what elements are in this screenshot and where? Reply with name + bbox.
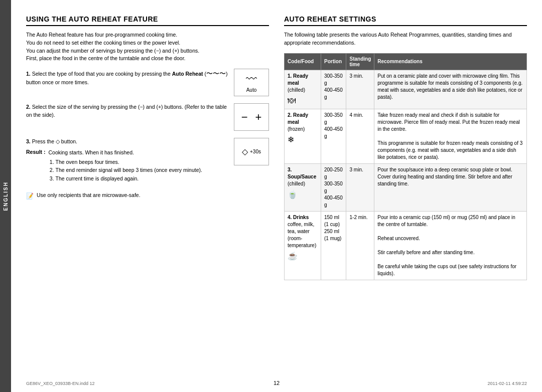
result-text: Cooking starts. When it has finished. Th…	[49, 149, 202, 183]
food-3-recommendations: Pour the soup/sauce into a deep ceramic …	[374, 163, 527, 211]
note-icon: 📝	[26, 192, 34, 200]
food-3-name: 3. Soup/Sauce (chilled) 🍵	[285, 163, 321, 211]
col-header-code-food: Code/Food	[285, 53, 321, 70]
food-4-name: 4. Drinks coffee, milk,tea, water(room-t…	[285, 211, 321, 280]
result-item-1: The oven beeps four times.	[56, 158, 202, 166]
food-2-portion: 300-350 g400-450 g	[321, 109, 346, 163]
food-2-name: 2. Ready meal (frozen) ❄	[285, 109, 321, 163]
date-footer: 2011-02-11 4:59:22	[487, 381, 527, 386]
right-column: AUTO REHEAT SETTINGS The following table…	[284, 15, 527, 280]
main-content: USING THE AUTO REHEAT FEATURE The Auto R…	[11, 0, 542, 392]
food-1-standing: 3 min.	[346, 70, 374, 109]
step-1: 1. Select the type of food that you are …	[26, 69, 269, 96]
step-1-content: 1. Select the type of food that you are …	[26, 69, 229, 86]
step-1-number: 1.	[26, 71, 31, 77]
food-1-icon: 🍽	[288, 95, 318, 106]
diamond-icon: ◇	[242, 147, 248, 156]
food-1-portion: 300-350 g400-450 g	[321, 70, 346, 109]
side-tab: ENGLISH	[0, 0, 11, 392]
result-line: Result : Cooking starts. When it has fin…	[26, 149, 229, 183]
col-header-recommendations: Recommendations	[374, 53, 527, 70]
step-3-button-illustration: ◇ +30s	[234, 138, 269, 165]
file-footer: GE86V_XEO_03933B-EN.indd 12	[26, 381, 95, 386]
table-row: 3. Soup/Sauce (chilled) 🍵 200-250 g300-3…	[285, 163, 527, 211]
table-header-row: Code/Food Portion Standingtime Recommend…	[285, 53, 527, 70]
plus-icon: +	[255, 111, 262, 124]
food-3-icon: 🍵	[288, 189, 318, 200]
step-3-number: 3.	[26, 138, 31, 144]
step-3-content: 3. Press the ◇ button. Result : Cooking …	[26, 138, 229, 185]
col-header-standing-time: Standingtime	[346, 53, 374, 70]
food-4-recommendations: Pour into a ceramic cup (150 ml) or mug …	[374, 211, 527, 280]
step-2-text: 2. Select the size of the serving by pre…	[26, 103, 229, 119]
food-4-standing: 1-2 min.	[346, 211, 374, 280]
page-container: ENGLISH USING THE AUTO REHEAT FEATURE Th…	[0, 0, 542, 392]
note-text: Use only recipients that are microwave-s…	[37, 192, 141, 198]
start-button-icon: ◇ +30s	[242, 147, 261, 156]
left-section-heading: USING THE AUTO REHEAT FEATURE	[26, 15, 269, 26]
result-item-3: The current time is displayed again.	[56, 174, 202, 183]
left-column: USING THE AUTO REHEAT FEATURE The Auto R…	[26, 15, 269, 280]
auto-label: Auto	[246, 87, 257, 93]
food-1-recommendations: Put on a ceramic plate and cover with mi…	[374, 70, 527, 109]
right-section-heading: AUTO REHEAT SETTINGS	[284, 15, 527, 26]
plus30s-label: +30s	[250, 149, 261, 154]
food-2-recommendations: Take frozen ready meal and check if dish…	[374, 109, 527, 163]
food-1-name: 1. Ready meal (chilled) 🍽	[285, 70, 321, 109]
food-4-portion: 150 ml(1 cup)250 ml(1 mug)	[321, 211, 346, 280]
table-row: 4. Drinks coffee, milk,tea, water(room-t…	[285, 211, 527, 280]
step-2-number: 2.	[26, 104, 31, 110]
plus-minus-icons: − +	[241, 111, 262, 124]
food-2-icon: ❄	[288, 134, 318, 145]
step-1-text: 1. Select the type of food that you are …	[26, 69, 229, 86]
food-3-portion: 200-250 g300-350 g400-450 g	[321, 163, 346, 211]
right-intro: The following table presents the various…	[284, 31, 527, 47]
page-number: 12	[274, 380, 280, 386]
col-header-portion: Portion	[321, 53, 346, 70]
table-row: 1. Ready meal (chilled) 🍽 300-350 g400-4…	[285, 70, 527, 109]
food-4-icon: ☕	[288, 251, 318, 262]
result-label: Result :	[26, 149, 46, 183]
note: 📝 Use only recipients that are microwave…	[26, 192, 269, 200]
step-2-button-illustration: − +	[234, 103, 269, 131]
minus-icon: −	[241, 111, 248, 124]
step-2: 2. Select the size of the serving by pre…	[26, 103, 269, 131]
two-column-layout: USING THE AUTO REHEAT FEATURE The Auto R…	[26, 15, 527, 280]
result-item-2: The end reminder signal will beep 3 time…	[56, 166, 202, 174]
language-label: ENGLISH	[3, 181, 9, 211]
food-3-standing: 3 min.	[346, 163, 374, 211]
step-2-content: 2. Select the size of the serving by pre…	[26, 103, 229, 119]
table-row: 2. Ready meal (frozen) ❄ 300-350 g400-45…	[285, 109, 527, 163]
food-2-standing: 4 min.	[346, 109, 374, 163]
intro-line-1: The Auto Reheat feature has four pre-pro…	[26, 32, 199, 61]
reheat-table: Code/Food Portion Standingtime Recommend…	[284, 53, 527, 280]
left-intro: The Auto Reheat feature has four pre-pro…	[26, 31, 269, 63]
steam-icon: 〰	[246, 73, 257, 86]
step-3-text: 3. Press the ◇ button.	[26, 138, 229, 146]
step-1-button-illustration: 〰 Auto	[234, 69, 269, 96]
step-3: 3. Press the ◇ button. Result : Cooking …	[26, 138, 269, 185]
